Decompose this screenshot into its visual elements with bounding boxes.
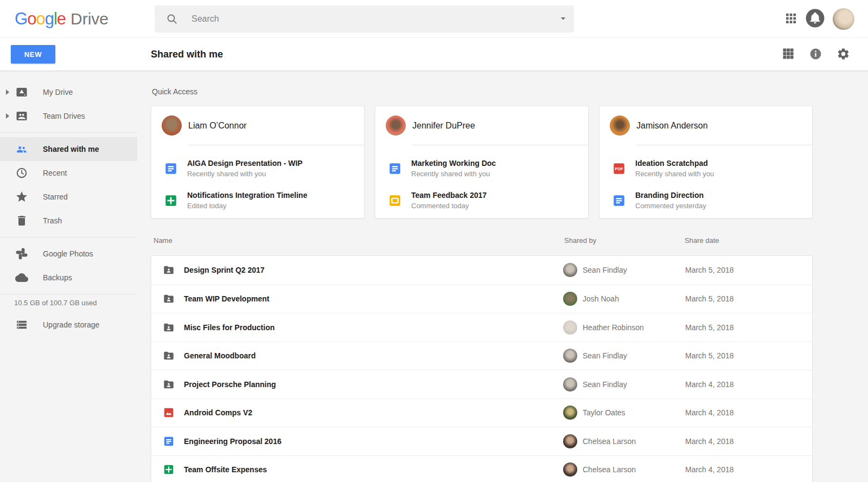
search-input[interactable]: [192, 14, 552, 24]
quick-access-card: Liam O’Connor AIGA Design Presentation -…: [151, 106, 365, 218]
google-logo-text: Google: [15, 9, 66, 29]
quick-access-file[interactable]: Marketing Working Doc Recently shared wi…: [375, 152, 588, 184]
pdf-file-icon: PDF: [612, 162, 626, 176]
sidebar-item-starred[interactable]: Starred: [0, 185, 137, 209]
sharer-avatar: [563, 406, 577, 420]
file-row[interactable]: Team WIP Development Josh Noah March 5, …: [151, 285, 812, 313]
file-row[interactable]: Misc Files for Production Heather Robins…: [151, 313, 812, 342]
sidebar-item-trash[interactable]: Trash: [0, 209, 137, 233]
file-row[interactable]: Team Offsite Expenses Chelsea Larson Mar…: [151, 455, 812, 482]
file-status: Recently shared with you: [635, 170, 714, 178]
file-row[interactable]: Design Sprint Q2 2017 Sean Findlay March…: [151, 256, 812, 285]
my-drive-icon: [15, 86, 28, 99]
sidebar-item-label: Trash: [43, 216, 62, 225]
quick-access-file[interactable]: AIGA Design Presentation - WIP Recently …: [151, 152, 364, 184]
sharer-name: Chelsea Larson: [583, 437, 636, 446]
search-bar[interactable]: [155, 5, 574, 33]
person-avatar: [162, 115, 182, 136]
star-icon: [15, 190, 28, 203]
file-title: Branding Direction: [635, 191, 706, 200]
sharer-name: Sean Findlay: [583, 266, 627, 274]
file-table-header: Name Shared by Share date: [151, 236, 813, 247]
person-name: Jamison Anderson: [636, 121, 708, 131]
apps-grid-icon: [784, 12, 797, 27]
settings-button[interactable]: [837, 47, 850, 62]
file-name: Team WIP Development: [184, 294, 269, 303]
info-button[interactable]: [809, 47, 822, 62]
share-date: March 4, 2018: [685, 465, 734, 474]
file-title: Team Feedback 2017: [411, 191, 487, 200]
share-date: March 4, 2018: [685, 437, 734, 446]
sharer-name: Sean Findlay: [583, 380, 627, 389]
user-avatar[interactable]: [833, 8, 854, 30]
card-person-header: Jamison Anderson: [599, 106, 812, 145]
google-drive-logo[interactable]: Google Drive: [15, 0, 108, 38]
sidebar-item-label: Shared with me: [43, 145, 99, 153]
expand-arrow-icon[interactable]: [6, 113, 9, 119]
cloud-icon: [15, 271, 28, 284]
share-date: March 5, 2018: [685, 323, 734, 332]
file-name: General Moodboard: [184, 351, 256, 360]
sidebar-item-shared-with-me[interactable]: Shared with me: [0, 137, 137, 161]
sidebar-divider: [0, 294, 137, 294]
sidebar-item-label: Team Drives: [43, 112, 85, 120]
quick-access-cards: Liam O’Connor AIGA Design Presentation -…: [151, 106, 813, 218]
file-table: Design Sprint Q2 2017 Sean Findlay March…: [151, 255, 813, 482]
bell-icon: [805, 8, 825, 30]
column-header-shared-by: Shared by: [564, 236, 596, 245]
shared-with-me-icon: [15, 143, 28, 156]
quick-access-file[interactable]: Notifications Integration Timeline Edite…: [151, 184, 364, 216]
docs-file-icon: [163, 435, 175, 447]
grid-view-button[interactable]: [782, 47, 795, 62]
file-status: Commented today: [411, 202, 487, 210]
topbar-actions: [784, 0, 868, 38]
quick-access-file[interactable]: PDF Ideation Scratchpad Recently shared …: [599, 152, 812, 184]
file-title: Ideation Scratchpad: [635, 159, 714, 168]
file-status: Recently shared with you: [187, 170, 303, 178]
page-title: Shared with me: [151, 38, 223, 71]
quick-access-card: Jamison Anderson PDF Ideation Scratchpad…: [599, 106, 813, 218]
slides-file-icon: [388, 194, 402, 208]
notifications-button[interactable]: [805, 8, 825, 30]
search-icon[interactable]: [165, 12, 178, 25]
expand-arrow-icon[interactable]: [6, 89, 9, 95]
sidebar-item-recent[interactable]: Recent: [0, 161, 137, 185]
google-drive-app: Google Drive: [0, 0, 868, 482]
sidebar-item-label: Recent: [43, 169, 67, 177]
info-icon: [809, 47, 822, 62]
sharer-name: Chelsea Larson: [583, 465, 636, 474]
file-row[interactable]: Android Comps V2 Taylor Oates March 4, 2…: [151, 399, 812, 427]
new-button[interactable]: NEW: [11, 45, 55, 63]
gear-icon: [837, 47, 850, 62]
body-area: My Drive Team Drives Shared with me: [0, 71, 868, 482]
sidebar-item-team-drives[interactable]: Team Drives: [0, 104, 137, 128]
share-date: March 5, 2018: [685, 266, 734, 274]
file-row[interactable]: Engineering Proposal 2016 Chelsea Larson…: [151, 427, 812, 455]
sidebar-item-backups[interactable]: Backups: [0, 266, 137, 290]
docs-file-icon: [164, 162, 178, 176]
share-date: March 5, 2018: [685, 294, 734, 303]
person-name: Jennifer DuPree: [412, 121, 475, 131]
sidebar-item-label: Starred: [43, 192, 68, 201]
apps-grid-button[interactable]: [784, 12, 797, 27]
quick-access-file[interactable]: Team Feedback 2017 Commented today: [375, 184, 588, 216]
file-name: Project Porsche Planning: [184, 380, 276, 389]
sidebar-item-label: Backups: [43, 273, 72, 282]
sharer-avatar: [563, 377, 577, 391]
file-name: Android Comps V2: [184, 408, 252, 417]
sidebar-item-google-photos[interactable]: Google Photos: [0, 242, 137, 266]
shared-folder-icon: [163, 264, 175, 276]
search-options-button[interactable]: [552, 5, 574, 33]
upgrade-storage-button[interactable]: Upgrade storage: [0, 313, 137, 337]
column-header-name: Name: [154, 236, 173, 245]
file-row[interactable]: General Moodboard Sean Findlay March 5, …: [151, 342, 812, 370]
sheets-file-icon: [164, 194, 178, 208]
file-row[interactable]: Project Porsche Planning Sean Findlay Ma…: [151, 370, 812, 399]
sidebar-item-my-drive[interactable]: My Drive: [0, 80, 137, 104]
storage-icon: [15, 318, 28, 331]
quick-access-label: Quick Access: [152, 87, 197, 96]
quick-access-file[interactable]: Branding Direction Commented yesterday: [599, 184, 812, 216]
card-person-header: Jennifer DuPree: [375, 106, 588, 145]
sharer-avatar: [563, 263, 577, 277]
file-title: Notifications Integration Timeline: [187, 191, 307, 200]
